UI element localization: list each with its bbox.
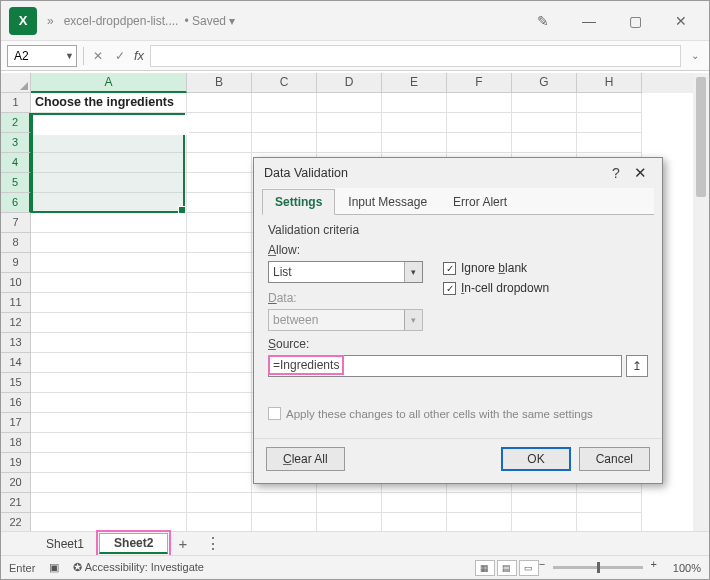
close-button[interactable]: ✕ — [661, 7, 701, 35]
zoom-slider[interactable] — [553, 566, 643, 569]
cell[interactable] — [317, 493, 382, 513]
cell[interactable] — [382, 513, 447, 533]
cell[interactable] — [252, 493, 317, 513]
cell[interactable] — [31, 233, 187, 253]
ignore-blank-checkbox[interactable]: ✓ Ignore blank — [443, 261, 549, 275]
cell[interactable] — [187, 293, 252, 313]
row-header-18[interactable]: 18 — [1, 433, 31, 453]
cell[interactable] — [31, 433, 187, 453]
normal-view-button[interactable]: ▦ — [475, 560, 495, 576]
cell[interactable] — [31, 393, 187, 413]
cell[interactable] — [187, 413, 252, 433]
cell[interactable] — [187, 353, 252, 373]
add-sheet-button[interactable]: + — [168, 535, 197, 552]
column-header-C[interactable]: C — [252, 73, 317, 93]
cell[interactable] — [31, 213, 187, 233]
source-input[interactable]: =Ingredients — [268, 355, 622, 377]
tab-error-alert[interactable]: Error Alert — [440, 189, 520, 215]
column-header-B[interactable]: B — [187, 73, 252, 93]
cell[interactable] — [31, 273, 187, 293]
row-header-3[interactable]: 3 — [1, 133, 31, 153]
row-header-4[interactable]: 4 — [1, 153, 31, 173]
cancel-edit-icon[interactable]: ✕ — [90, 49, 106, 63]
cell[interactable] — [187, 513, 252, 533]
cell[interactable] — [317, 93, 382, 113]
cell[interactable] — [31, 353, 187, 373]
row-header-6[interactable]: 6 — [1, 193, 31, 213]
cell[interactable] — [187, 253, 252, 273]
row-header-9[interactable]: 9 — [1, 253, 31, 273]
cell[interactable] — [447, 513, 512, 533]
fx-icon[interactable]: fx — [134, 48, 144, 63]
cell[interactable] — [512, 133, 577, 153]
column-header-D[interactable]: D — [317, 73, 382, 93]
row-header-16[interactable]: 16 — [1, 393, 31, 413]
maximize-button[interactable]: ▢ — [615, 7, 655, 35]
cell[interactable] — [31, 333, 187, 353]
cell[interactable] — [31, 493, 187, 513]
column-header-E[interactable]: E — [382, 73, 447, 93]
pen-icon[interactable]: ✎ — [523, 7, 563, 35]
save-status[interactable]: • Saved ▾ — [184, 14, 235, 28]
cell[interactable] — [187, 213, 252, 233]
cell[interactable] — [512, 493, 577, 513]
dialog-close-button[interactable]: ✕ — [628, 164, 652, 182]
cell[interactable] — [187, 393, 252, 413]
row-header-21[interactable]: 21 — [1, 493, 31, 513]
row-header-2[interactable]: 2 — [1, 113, 31, 133]
formula-input[interactable] — [150, 45, 681, 67]
cell[interactable] — [447, 493, 512, 513]
sheet-tab-sheet2[interactable]: Sheet2 — [99, 533, 168, 554]
cell[interactable] — [31, 413, 187, 433]
cell[interactable] — [31, 293, 187, 313]
cell[interactable] — [447, 113, 512, 133]
cell[interactable] — [317, 133, 382, 153]
cell[interactable] — [31, 133, 187, 153]
tab-input-message[interactable]: Input Message — [335, 189, 440, 215]
row-header-11[interactable]: 11 — [1, 293, 31, 313]
row-header-14[interactable]: 14 — [1, 353, 31, 373]
row-header-7[interactable]: 7 — [1, 213, 31, 233]
cell[interactable] — [31, 513, 187, 533]
cancel-button[interactable]: Cancel — [579, 447, 650, 471]
column-header-A[interactable]: A — [31, 73, 187, 93]
cell[interactable] — [382, 133, 447, 153]
cell[interactable] — [512, 513, 577, 533]
cell[interactable] — [187, 313, 252, 333]
page-layout-button[interactable]: ▤ — [497, 560, 517, 576]
cell[interactable] — [31, 453, 187, 473]
row-header-13[interactable]: 13 — [1, 333, 31, 353]
cell[interactable] — [31, 193, 187, 213]
cell[interactable] — [447, 93, 512, 113]
minimize-button[interactable]: — — [569, 7, 609, 35]
allow-select[interactable]: List ▾ — [268, 261, 423, 283]
row-header-20[interactable]: 20 — [1, 473, 31, 493]
cell[interactable] — [512, 93, 577, 113]
accept-edit-icon[interactable]: ✓ — [112, 49, 128, 63]
cell[interactable] — [31, 313, 187, 333]
cell[interactable] — [187, 373, 252, 393]
select-all-corner[interactable] — [1, 73, 31, 93]
range-picker-button[interactable]: ↥ — [626, 355, 648, 377]
accessibility-status[interactable]: ✪ Accessibility: Investigate — [73, 561, 204, 574]
cell[interactable] — [31, 473, 187, 493]
chevron-down-icon[interactable]: ▼ — [65, 51, 74, 61]
cell[interactable] — [577, 93, 642, 113]
name-box[interactable]: A2 ▼ — [7, 45, 77, 67]
cell[interactable] — [252, 133, 317, 153]
incell-dropdown-checkbox[interactable]: ✓ In-cell dropdown — [443, 281, 549, 295]
cell[interactable] — [512, 113, 577, 133]
row-header-1[interactable]: 1 — [1, 93, 31, 113]
cell[interactable] — [577, 113, 642, 133]
cell[interactable] — [252, 513, 317, 533]
zoom-level[interactable]: 100% — [673, 562, 701, 574]
cell[interactable] — [31, 113, 187, 133]
cell[interactable] — [187, 433, 252, 453]
expand-formula-icon[interactable]: ⌄ — [687, 50, 703, 61]
cell[interactable] — [187, 153, 252, 173]
file-name[interactable]: excel-dropdpen-list.... — [64, 14, 179, 28]
cell[interactable] — [187, 453, 252, 473]
row-header-8[interactable]: 8 — [1, 233, 31, 253]
macro-record-icon[interactable]: ▣ — [49, 561, 59, 574]
cell[interactable] — [187, 273, 252, 293]
